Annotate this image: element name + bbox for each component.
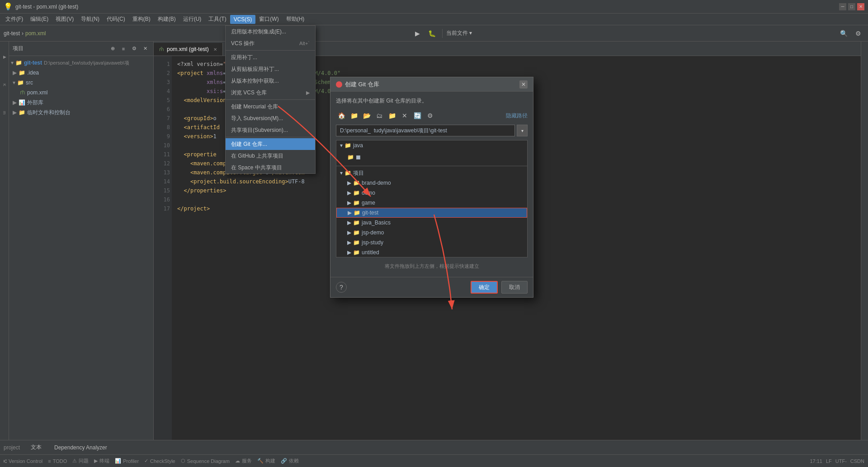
- maximize-button[interactable]: □: [848, 3, 855, 10]
- tree-item-root[interactable]: ▾ 📁 git-test D:\personal_fxw\study\java\…: [9, 58, 153, 68]
- dialog-path-input[interactable]: [336, 125, 515, 136]
- file-tree-item-jsp-demo[interactable]: ▶ 📁 jsp-demo: [336, 228, 527, 238]
- dialog-tool-folder-3[interactable]: 🗂: [374, 110, 385, 121]
- menu-window[interactable]: 窗口(W): [255, 14, 282, 24]
- tree-label-src: src: [26, 79, 33, 86]
- file-tree-item-git-test[interactable]: ▶ 📁 git-test: [336, 208, 527, 218]
- vcs-menu-share-space[interactable]: 在 Space 中共享项目: [226, 162, 315, 173]
- toolbar: git-test › pom.xml ▶ 🐛 当前文件 ▾ 🔍 ⚙: [0, 25, 868, 42]
- menu-code[interactable]: 代码(C): [103, 14, 129, 24]
- sequence-icon: ⬡: [181, 458, 185, 464]
- minimize-button[interactable]: ─: [839, 3, 846, 10]
- tree-item-scratch[interactable]: ▶ 📁 临时文件和控制台: [9, 107, 153, 117]
- menu-run[interactable]: 运行(U): [179, 14, 205, 24]
- tree-chevron-demo: ▶: [347, 190, 351, 196]
- tab-text[interactable]: 文本: [25, 441, 47, 454]
- tree-path: D:\personal_fxw\study\java\javaweb\项: [44, 60, 129, 66]
- status-checkstyle[interactable]: ✓ CheckStyle: [144, 458, 175, 464]
- dialog-titlebar: 创建 Git 仓库 ✕: [330, 77, 533, 92]
- file-tree-item-brand-demo[interactable]: ▶ 📁 brand-demo: [336, 178, 527, 188]
- file-tree-item-jsp-study[interactable]: ▶ 📁 jsp-study: [336, 238, 527, 248]
- sidebar-btn-3[interactable]: ⚙: [130, 44, 139, 53]
- left-tool-2[interactable]: K: [0, 71, 9, 98]
- file-tree-item-untitled[interactable]: ▶ 📁 untitled: [336, 248, 527, 257]
- file-tree-item-java-sub[interactable]: 📁 ■: [336, 150, 527, 164]
- dialog-tool-new-folder[interactable]: 📁: [349, 110, 359, 121]
- vcs-menu-enable-vcs[interactable]: 启用版本控制集成(E)...: [226, 26, 315, 37]
- vcs-menu-import-svn[interactable]: 导入 Subversion(M)...: [226, 112, 315, 124]
- dialog-tool-settings[interactable]: ⚙: [425, 110, 435, 121]
- dialog-hide-path[interactable]: 隐藏路径: [506, 112, 528, 120]
- dialog-close-button[interactable]: ✕: [519, 80, 528, 89]
- sidebar-btn-2[interactable]: ≡: [119, 44, 128, 53]
- debug-button[interactable]: 🐛: [426, 27, 439, 40]
- vcs-ops-shortcut: Alt+`: [299, 41, 310, 46]
- dialog-help-button[interactable]: ?: [336, 282, 347, 293]
- file-tree-item-java-basics[interactable]: ▶ 📁 java_Basics: [336, 218, 527, 228]
- vcs-menu-share-github[interactable]: 在 GitHub 上共享项目: [226, 150, 315, 162]
- menu-vcs[interactable]: VCS(S): [230, 15, 256, 24]
- vcs-menu-apply-patch[interactable]: 应用补丁...: [226, 51, 315, 63]
- tree-item-pom[interactable]: m̃ pom.xml: [9, 88, 153, 98]
- dialog-path-dropdown[interactable]: ▾: [517, 125, 528, 136]
- status-terminal[interactable]: ▶ 终端: [94, 458, 109, 464]
- vcs-menu-operations[interactable]: VCS 操作 Alt+`: [226, 37, 315, 49]
- menu-view[interactable]: 视图(V): [52, 14, 77, 24]
- dialog-confirm-button[interactable]: 确定: [471, 281, 498, 294]
- status-version-control[interactable]: ⑆ Version Control: [4, 458, 42, 464]
- menu-navigate[interactable]: 导航(N): [77, 14, 103, 24]
- status-build[interactable]: 🔨 构建: [257, 458, 275, 464]
- run-button[interactable]: ▶: [411, 27, 424, 40]
- dialog-tool-folder-4[interactable]: 📁: [387, 110, 397, 121]
- menu-build[interactable]: 构建(B): [154, 14, 179, 24]
- menu-help[interactable]: 帮助(H): [283, 14, 308, 24]
- menu-file[interactable]: 文件(F): [2, 14, 27, 24]
- vcs-browse-arrow: ▶: [306, 90, 310, 96]
- checkstyle-icon: ✓: [144, 458, 148, 464]
- dialog-tool-home[interactable]: 🏠: [336, 110, 347, 121]
- vcs-menu-create-git[interactable]: 创建 Git 仓库...: [226, 138, 315, 150]
- vcs-menu-apply-clipboard[interactable]: 从剪贴板应用补丁...: [226, 63, 315, 75]
- tree-label-idea: .idea: [27, 70, 39, 76]
- dep-icon: 🔗: [281, 458, 287, 464]
- vcs-menu-create-mercurial[interactable]: 创建 Mercurial 仓库: [226, 101, 315, 112]
- dialog-subtitle: 选择将在其中创建新 Git 仓库的目录。: [336, 97, 528, 105]
- tree-item-src[interactable]: ▾ 📁 src: [9, 78, 153, 88]
- file-tree-item-demo[interactable]: ▶ 📁 demo: [336, 188, 527, 198]
- left-tool-1[interactable]: ▶: [0, 43, 9, 70]
- vcs-menu-share-svn[interactable]: 共享项目(Subversion)...: [226, 124, 315, 136]
- dialog-tool-delete[interactable]: ✕: [399, 110, 410, 121]
- vcs-menu-get-from-vcs[interactable]: 从版本控制中获取...: [226, 75, 315, 87]
- menu-edit[interactable]: 编辑(E): [27, 14, 52, 24]
- tree-item-extlib[interactable]: ▶ 📊 外部库: [9, 98, 153, 107]
- problems-label: 问题: [79, 458, 89, 464]
- dialog-tool-folder-2[interactable]: 📂: [361, 110, 372, 121]
- search-button[interactable]: 🔍: [837, 27, 850, 40]
- left-tool-3[interactable]: m: [0, 99, 9, 126]
- status-problems[interactable]: ⚠ 问题: [72, 458, 89, 464]
- tab-dependency-analyzer[interactable]: Dependency Analyzer: [49, 441, 113, 454]
- file-tree-item-java[interactable]: ▾ 📁 java: [336, 140, 527, 150]
- menu-refactor[interactable]: 重构(B): [129, 14, 154, 24]
- tab-close-icon[interactable]: ✕: [213, 47, 217, 52]
- settings-button[interactable]: ⚙: [852, 27, 864, 40]
- sidebar-btn-1[interactable]: ⊕: [108, 44, 117, 53]
- status-dependency[interactable]: 🔗 依赖: [281, 458, 299, 464]
- status-bar-left: ⑆ Version Control ≡ TODO ⚠ 问题 ▶ 终端 📊 Pro…: [4, 458, 299, 464]
- dialog-cancel-button[interactable]: 取消: [501, 281, 528, 294]
- editor-tab-pom[interactable]: m̃ pom.xml (git-test) ✕: [154, 43, 223, 56]
- status-service[interactable]: ☁ 服务: [235, 458, 252, 464]
- file-tree-item-projects[interactable]: ▾ 📁 项目: [336, 168, 527, 178]
- status-todo[interactable]: ≡ TODO: [48, 458, 67, 464]
- sidebar-close[interactable]: ✕: [141, 44, 150, 53]
- vcs-menu-browse-vcs[interactable]: 浏览 VCS 仓库 ▶: [226, 87, 315, 98]
- menu-tools[interactable]: 工具(T): [205, 14, 230, 24]
- close-button[interactable]: ✕: [857, 3, 864, 10]
- dialog-tool-refresh[interactable]: 🔄: [412, 110, 423, 121]
- menu-bar: 文件(F) 编辑(E) 视图(V) 导航(N) 代码(C) 重构(B) 构建(B…: [0, 14, 868, 25]
- tree-item-idea[interactable]: ▶ 📁 .idea: [9, 68, 153, 78]
- file-tree-item-game[interactable]: ▶ 📁 game: [336, 198, 527, 208]
- title-bar-controls: ─ □ ✕: [839, 3, 864, 10]
- status-sequence[interactable]: ⬡ Sequence Diagram: [181, 458, 230, 464]
- status-profiler[interactable]: 📊 Profiler: [115, 458, 139, 464]
